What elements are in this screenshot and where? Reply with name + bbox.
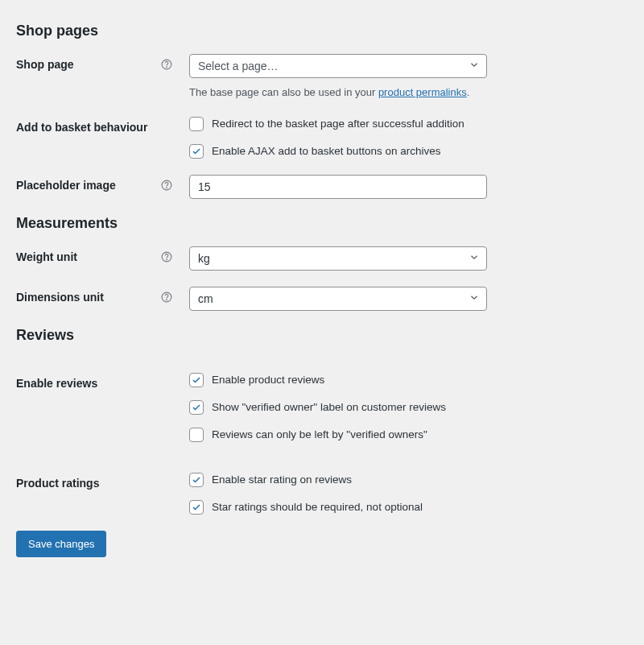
svg-point-5 [167,258,167,259]
label-dimensions-unit: Dimensions unit [16,291,104,304]
product-permalinks-link[interactable]: product permalinks [378,86,467,98]
checkbox-verified-label[interactable] [189,400,204,415]
placeholder-image-input[interactable] [189,175,487,199]
svg-point-1 [167,67,167,68]
checkbox-ajax-basket-label: Enable AJAX add to basket buttons on arc… [212,145,440,157]
dimensions-unit-value: cm [198,292,213,305]
dimensions-unit-select[interactable]: cm [189,287,487,311]
checkbox-star-required[interactable] [189,500,204,515]
save-button[interactable]: Save changes [16,531,106,557]
section-heading-shop-pages: Shop pages [16,23,628,39]
row-weight-unit: Weight unit kg [16,246,628,271]
help-icon[interactable] [161,251,172,263]
row-enable-reviews: Enable reviews Enable product reviews Sh… [16,373,628,442]
label-placeholder-image: Placeholder image [16,179,116,192]
help-icon[interactable] [161,180,172,191]
checkbox-enable-star[interactable] [189,473,204,487]
shop-page-select[interactable]: Select a page… [189,54,487,78]
help-icon[interactable] [161,291,172,303]
checkbox-ajax-basket[interactable] [189,144,204,159]
shop-page-description: The base page can also be used in your p… [189,85,499,101]
checkbox-verified-only-label: Reviews can only be left by "verified ow… [212,428,427,440]
row-product-ratings: Product ratings Enable star rating on re… [16,473,628,515]
section-heading-reviews: Reviews [16,327,628,344]
checkbox-enable-star-label: Enable star rating on reviews [212,473,352,486]
shop-page-select-value: Select a page… [198,60,279,72]
section-heading-measurements: Measurements [16,215,628,232]
checkbox-redirect-basket[interactable] [189,117,204,131]
row-dimensions-unit: Dimensions unit cm [16,287,628,311]
chevron-down-icon [469,60,480,73]
weight-unit-select[interactable]: kg [189,246,487,271]
chevron-down-icon [469,251,480,265]
label-enable-reviews: Enable reviews [16,377,97,390]
svg-point-3 [167,187,167,188]
chevron-down-icon [469,291,480,305]
row-placeholder-image: Placeholder image [16,175,628,199]
help-icon[interactable] [161,59,172,70]
label-add-to-basket: Add to basket behaviour [16,121,147,134]
checkbox-redirect-basket-label: Redirect to the basket page after succes… [212,118,464,130]
weight-unit-value: kg [198,252,210,265]
row-shop-page: Shop page Select a page… The base page c… [16,54,628,101]
label-shop-page: Shop page [16,58,74,71]
checkbox-verified-only[interactable] [189,428,204,442]
checkbox-verified-label-label: Show "verified owner" label on customer … [212,401,446,413]
label-product-ratings: Product ratings [16,477,99,490]
checkbox-enable-reviews[interactable] [189,373,204,387]
checkbox-enable-reviews-label: Enable product reviews [212,374,324,386]
svg-point-7 [167,299,167,300]
checkbox-star-required-label: Star ratings should be required, not opt… [212,501,423,513]
label-weight-unit: Weight unit [16,250,77,263]
row-add-to-basket: Add to basket behaviour Redirect to the … [16,117,628,159]
